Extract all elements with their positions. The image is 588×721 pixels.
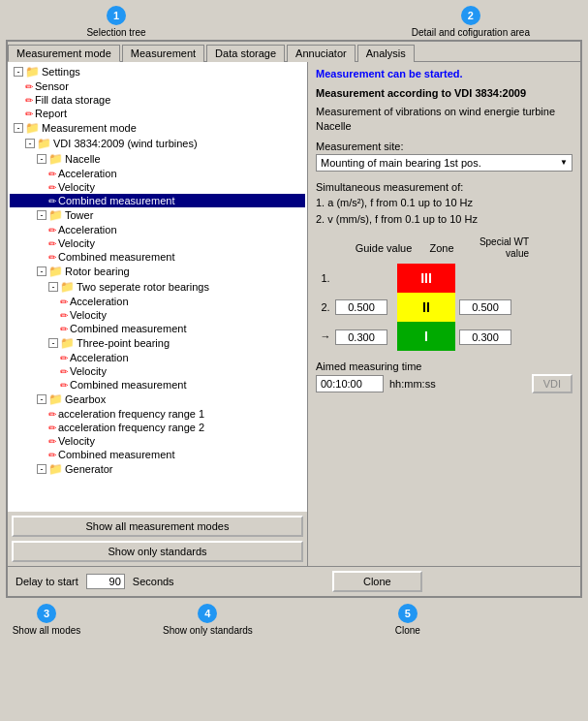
zone-guide-input-2[interactable] — [335, 299, 387, 315]
tree-settings-label: Settings — [42, 66, 80, 78]
tree-three-vel[interactable]: ✏ Velocity — [10, 364, 305, 378]
tree-gear-freq1[interactable]: ✏ acceleration frequency range 1 — [10, 407, 305, 421]
aim-section: Aimed measuring time hh:mm:ss VDI — [316, 360, 573, 393]
collapse-rotor-icon[interactable]: - — [37, 266, 46, 276]
show-only-standards-button[interactable]: Show only standards — [12, 541, 303, 562]
tree-two-accel[interactable]: ✏ Acceleration — [10, 295, 305, 308]
tree-tower[interactable]: - 📁 Tower — [10, 207, 305, 223]
collapse-tower-icon[interactable]: - — [37, 210, 46, 220]
tree-nacelle-vel[interactable]: ✏ Velocity — [10, 180, 305, 194]
tab-data-storage[interactable]: Data storage — [206, 45, 285, 62]
folder-nacelle-icon: 📁 — [48, 152, 63, 166]
annotation-1-circle: 1 — [107, 6, 126, 25]
collapse-two-rotor-icon[interactable]: - — [48, 282, 58, 292]
tree-nacelle-combined[interactable]: ✏ Combined measurement — [10, 194, 305, 207]
measurement-site-dropdown[interactable]: Mounting of main bearing 1st pos. ▼ — [316, 154, 573, 172]
tree-gear-freq2[interactable]: ✏ acceleration frequency range 2 — [10, 421, 305, 434]
tree-gear-combined-label: Combined measurement — [58, 449, 174, 460]
pencil-gear-comb-icon: ✏ — [48, 450, 56, 460]
tree-three-accel-label: Acceleration — [70, 352, 129, 363]
zone-inputs-col — [335, 264, 393, 351]
pencil-nacelle-comb-icon: ✏ — [48, 196, 56, 206]
collapse-nacelle-icon[interactable]: - — [37, 154, 46, 164]
annotation-2-circle: 2 — [461, 6, 480, 25]
collapse-mm-icon[interactable]: - — [14, 123, 23, 133]
tree-tower-vel[interactable]: ✏ Velocity — [10, 236, 305, 250]
collapse-vdi-icon[interactable]: - — [25, 139, 35, 148]
tree-three-combined[interactable]: ✏ Combined measurement — [10, 378, 305, 392]
tree-nacelle-accel[interactable]: ✏ Acceleration — [10, 167, 305, 180]
tree-tower-combined[interactable]: ✏ Combined measurement — [10, 250, 305, 264]
tree-gearbox[interactable]: - 📁 Gearbox — [10, 392, 305, 407]
annotation-4-circle: 4 — [198, 604, 217, 623]
aim-input[interactable] — [316, 375, 384, 392]
zone-bar-col: III II I — [397, 264, 455, 351]
tree-tower-accel[interactable]: ✏ Acceleration — [10, 223, 305, 236]
tree-three-point[interactable]: - 📁 Three-point bearing — [10, 335, 305, 351]
tree-fill-data[interactable]: ✏ Fill data storage — [10, 93, 305, 107]
aim-format: hh:mm:ss — [389, 378, 436, 390]
annotation-4-group: 4 Show only standards — [163, 604, 253, 636]
zone-bar-I: I — [397, 322, 455, 351]
tree-nacelle[interactable]: - 📁 Nacelle — [10, 151, 305, 167]
tree-nacelle-vel-label: Velocity — [58, 181, 95, 193]
tree-settings[interactable]: - 📁 Settings — [10, 64, 305, 79]
tab-measurement[interactable]: Measurement — [122, 45, 204, 62]
zone-zone-header: Zone — [413, 242, 471, 254]
tree-sensor[interactable]: ✏ Sensor — [10, 79, 305, 93]
main-window: Measurement mode Measurement Data storag… — [6, 40, 582, 598]
clone-button[interactable]: Clone — [332, 571, 422, 592]
tree-gearbox-label: Gearbox — [65, 393, 106, 405]
folder-three-icon: 📁 — [60, 336, 75, 350]
tree-measurement-mode[interactable]: - 📁 Measurement mode — [10, 120, 305, 136]
pencil-gear-freq1-icon: ✏ — [48, 409, 56, 420]
show-all-modes-button[interactable]: Show all measurement modes — [12, 516, 303, 537]
vdi-button[interactable]: VDI — [532, 374, 573, 393]
tree-three-accel[interactable]: ✏ Acceleration — [10, 351, 305, 364]
zone-guide-input-3[interactable] — [335, 329, 387, 345]
tree-report[interactable]: ✏ Report — [10, 107, 305, 120]
aim-label: Aimed measuring time — [316, 360, 573, 372]
collapse-settings-icon[interactable]: - — [14, 67, 23, 77]
folder-gen-icon: 📁 — [48, 462, 63, 476]
tree-vdi[interactable]: - 📁 VDI 3834:2009 (wind turbines) — [10, 136, 305, 151]
tree-three-vel-label: Velocity — [70, 365, 107, 377]
bottom-annotations: 3 Show all modes 4 Show only standards 5… — [0, 598, 588, 636]
tree-two-rotor[interactable]: - 📁 Two seperate rotor bearings — [10, 279, 305, 295]
tree-rotor[interactable]: - 📁 Rotor bearing — [10, 264, 305, 279]
zone-special-input-3[interactable] — [459, 329, 511, 345]
description-text: Measurement of vibrations on wind energi… — [316, 105, 573, 135]
tree-tower-accel-label: Acceleration — [58, 224, 117, 235]
folder-tower-icon: 📁 — [48, 208, 63, 222]
zone-num-3: → — [321, 330, 331, 342]
zone-special-header: Special WT value — [471, 236, 529, 260]
zone-special-input-2[interactable] — [459, 299, 511, 315]
tab-analysis[interactable]: Analysis — [357, 45, 415, 62]
tree-generator[interactable]: - 📁 Generator — [10, 461, 305, 477]
tree-gear-combined[interactable]: ✏ Combined measurement — [10, 448, 305, 461]
collapse-gen-icon[interactable]: - — [37, 464, 46, 474]
pencil-three-vel-icon: ✏ — [60, 366, 68, 377]
tree-tower-vel-label: Velocity — [58, 237, 95, 249]
tree-gear-vel[interactable]: ✏ Velocity — [10, 434, 305, 448]
simultaneous-text: Simultaneous measurement of: 1. a (m/s²)… — [316, 179, 573, 228]
tree-nacelle-label: Nacelle — [65, 153, 101, 165]
tab-annuciator[interactable]: Annuciator — [287, 45, 356, 62]
zone-special-col — [459, 264, 517, 351]
collapse-gearbox-icon[interactable]: - — [37, 394, 46, 404]
tree-two-rotor-label: Two seperate rotor bearings — [77, 281, 209, 293]
zone-rows: 1. 2. → III II I — [316, 264, 573, 351]
simultaneous-line-2: 2. v (mm/s), f from 0.1 up to 10 Hz — [316, 211, 573, 228]
annotation-3-circle: 3 — [37, 604, 56, 623]
annotation-5-label: Clone — [395, 625, 420, 636]
tree-two-vel[interactable]: ✏ Velocity — [10, 308, 305, 322]
right-panel: Measurement can be started. Measurement … — [308, 62, 580, 566]
tree-two-vel-label: Velocity — [70, 309, 107, 321]
tree-two-combined[interactable]: ✏ Combined measurement — [10, 322, 305, 335]
measurement-site-value[interactable]: Mounting of main bearing 1st pos. ▼ — [316, 154, 573, 172]
collapse-three-icon[interactable]: - — [48, 338, 58, 348]
tab-measurement-mode[interactable]: Measurement mode — [8, 45, 120, 62]
delay-input[interactable] — [86, 574, 125, 589]
pencil-gear-vel-icon: ✏ — [48, 436, 56, 447]
tree-tower-label: Tower — [65, 209, 93, 221]
